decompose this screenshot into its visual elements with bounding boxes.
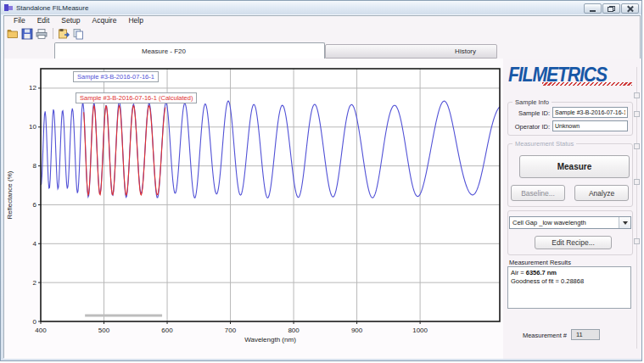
svg-text:800: 800	[288, 327, 300, 334]
recipe-select[interactable]: Cell Gap _low wavelength	[509, 216, 631, 229]
client-area: File Edit Setup Acquire Help	[3, 15, 641, 358]
menu-setup[interactable]: Setup	[55, 16, 86, 25]
app-icon	[4, 3, 13, 12]
splitter-grip	[634, 111, 640, 117]
toolbar-separator	[53, 28, 53, 39]
filmetrics-logo-hatch	[542, 82, 632, 86]
result-air-value: 6356.7 nm	[526, 269, 557, 276]
save-icon[interactable]	[20, 27, 33, 40]
splitter-grip	[634, 92, 640, 98]
sidebar-panel: FILMETRICS Sample Info Sample ID: Operat…	[503, 59, 641, 359]
open-file-icon[interactable]	[6, 27, 19, 40]
svg-text:4: 4	[33, 240, 37, 248]
recipe-select-value: Cell Gap _low wavelength	[510, 217, 619, 228]
tab-measure-f20[interactable]: Measure - F20	[54, 42, 325, 59]
toolbar	[4, 25, 640, 42]
svg-text:Reflectance (%): Reflectance (%)	[6, 170, 14, 219]
svg-text:10: 10	[29, 123, 36, 131]
panel-splitter	[636, 67, 637, 349]
svg-text:8: 8	[33, 162, 37, 170]
minimize-button[interactable]	[584, 3, 602, 14]
measurement-results-label: Measurement Results	[509, 259, 571, 266]
result-air-gap: Air = 6356.7 nm	[511, 269, 628, 277]
splitter-grip	[634, 238, 640, 244]
measurement-status-legend: Measurement Status	[512, 140, 576, 148]
svg-text:2: 2	[33, 279, 37, 287]
baseline-button[interactable]: Baseline...	[511, 185, 565, 201]
splitter-grip	[634, 143, 640, 149]
menu-edit[interactable]: Edit	[31, 16, 56, 25]
operator-id-input[interactable]	[552, 120, 628, 131]
svg-text:500: 500	[98, 327, 110, 334]
svg-text:6: 6	[33, 201, 37, 209]
print-icon[interactable]	[35, 27, 48, 40]
title-bar[interactable]: Standalone FILMeasure	[1, 1, 641, 14]
measure-button[interactable]: Measure	[519, 155, 630, 178]
svg-text:12: 12	[29, 84, 36, 92]
restore-button[interactable]	[602, 3, 620, 14]
restore-icon	[608, 6, 615, 12]
splitter-grip	[634, 179, 640, 185]
tab-measure-f20-label: Measure - F20	[142, 47, 186, 55]
legend-measured-series: Sample #3-B-2016-07-16-1	[73, 71, 159, 82]
close-button[interactable]	[621, 3, 639, 14]
tab-strip: Measure - F20 History	[4, 42, 640, 59]
recipe-select-dropdown-button[interactable]	[619, 217, 630, 228]
close-icon	[626, 5, 634, 13]
svg-text:1000: 1000	[412, 327, 428, 334]
sample-id-input[interactable]	[552, 107, 628, 118]
svg-text:900: 900	[351, 327, 363, 334]
filmetrics-logo: FILMETRICS	[508, 64, 636, 86]
operator-id-label: Operator ID:	[503, 123, 550, 131]
edit-recipe-button[interactable]: Edit Recipe...	[535, 236, 612, 249]
analyze-button[interactable]: Analyze	[574, 185, 629, 201]
tab-history-label: History	[455, 47, 476, 55]
chart-page: 4005006007008009001000024681012Wavelengt…	[4, 59, 503, 359]
tab-history[interactable]: History	[325, 44, 497, 59]
menu-file[interactable]: File	[8, 16, 31, 25]
window-title: Standalone FILMeasure	[16, 4, 88, 12]
svg-text:600: 600	[161, 327, 173, 334]
svg-text:0: 0	[33, 318, 37, 326]
menu-bar: File Edit Setup Acquire Help	[4, 16, 640, 25]
sample-id-label: Sample ID:	[503, 109, 550, 117]
measurement-number-label: Measurement #	[503, 332, 567, 339]
menu-acquire[interactable]: Acquire	[87, 16, 123, 25]
sample-info-legend: Sample Info	[512, 98, 552, 106]
minimize-icon	[590, 10, 596, 12]
chevron-down-icon	[623, 221, 628, 225]
app-window: Standalone FILMeasure File Edit Setup Ac…	[0, 0, 642, 361]
svg-text:700: 700	[225, 327, 237, 334]
spectrum-chart-plot[interactable]: 4005006007008009001000024681012Wavelengt…	[4, 59, 503, 359]
result-air-prefix: Air =	[511, 269, 526, 276]
svg-text:Wavelength (nm): Wavelength (nm)	[244, 336, 296, 343]
legend-calculated-series: Sample #3-B-2016-07-16-1 (Calculated)	[76, 92, 197, 103]
result-goodness-of-fit: Goodness of fit = 0.28868	[511, 277, 628, 286]
measurement-results-box: Air = 6356.7 nm Goodness of fit = 0.2886…	[507, 266, 631, 309]
svg-text:400: 400	[35, 327, 47, 334]
measurement-number-value: 11	[571, 329, 600, 340]
menu-help[interactable]: Help	[122, 16, 148, 25]
copy-icon[interactable]	[71, 27, 84, 40]
export-icon[interactable]	[57, 27, 70, 40]
